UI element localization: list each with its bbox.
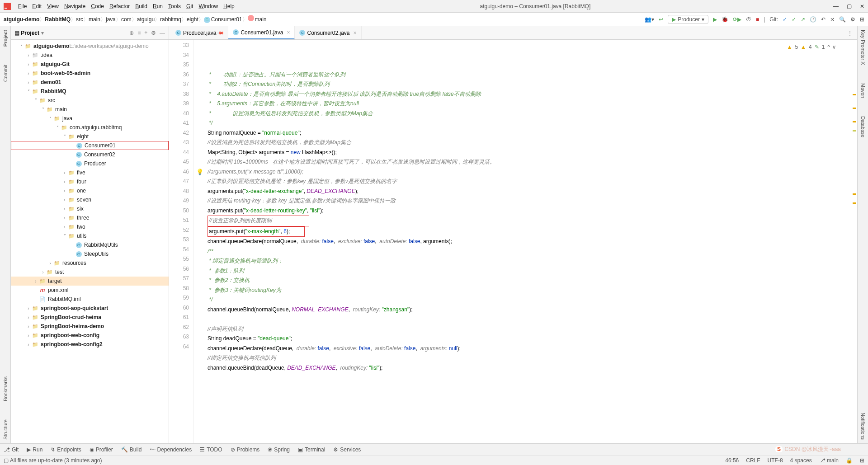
git-update-icon[interactable]: ✓ (783, 16, 787, 23)
tree-item[interactable]: ˅atguigu-demo E:\idea-workspace\atguigu-… (11, 42, 169, 51)
menu-build[interactable]: Build (132, 2, 150, 10)
stop-icon[interactable]: ■ (756, 16, 759, 23)
tree-item[interactable]: CConsumer02 (11, 150, 169, 159)
run-config-selector[interactable]: ▶ Producer ▾ (668, 15, 708, 24)
tree-item[interactable]: CRabbitMqUtils (11, 240, 169, 249)
tree-item[interactable]: ›springboot-web-config2 (11, 340, 169, 349)
chevron-down-icon[interactable]: v (833, 42, 835, 52)
tool-database[interactable]: Database (860, 116, 866, 137)
tree-item[interactable]: CConsumer01 (11, 141, 169, 150)
breadcrumb-item[interactable]: eight (187, 16, 198, 23)
file-encoding[interactable]: UTF-8 (768, 457, 783, 464)
tree-item[interactable]: ˅RabbitMQ (11, 87, 169, 96)
tool-endpoints[interactable]: ↯Endpoints (51, 446, 81, 453)
tree-item[interactable]: ›six (11, 204, 169, 213)
indent-settings[interactable]: 4 spaces (790, 457, 812, 464)
menu-help[interactable]: Help (221, 2, 237, 10)
tool-run[interactable]: ▶Run (27, 446, 42, 453)
menu-tools[interactable]: Tools (165, 2, 184, 10)
tool-maven[interactable]: Maven (860, 83, 866, 98)
users-icon[interactable]: 👥▾ (645, 16, 654, 23)
tree-item[interactable]: ›SpringBoot-heima-demo (11, 322, 169, 331)
tool-git[interactable]: ⎇Git (4, 446, 19, 453)
tree-item[interactable]: ›demo01 (11, 78, 169, 87)
editor-gutter[interactable]: 3334353637383940414243444546💡47484950515… (169, 40, 194, 443)
debug-icon[interactable]: 🐞 (722, 16, 728, 23)
tree-item[interactable]: ›target (11, 277, 169, 286)
breadcrumb-item[interactable]: main (255, 16, 267, 23)
menu-view[interactable]: View (44, 2, 61, 10)
tree-item[interactable]: ›SpringBoot-crud-heima (11, 313, 169, 322)
tool-problems[interactable]: ⊘Problems (231, 446, 260, 453)
menu-run[interactable]: Run (150, 2, 165, 10)
breadcrumb-item[interactable]: com (121, 16, 132, 23)
profile-icon[interactable]: ⏱ (746, 16, 751, 23)
tree-item[interactable]: ˅java (11, 114, 169, 123)
tool-notifications[interactable]: Notifications (860, 413, 866, 440)
tree-item[interactable]: CProducer (11, 159, 169, 168)
editor-tab[interactable]: CProducer.java📌 (171, 26, 228, 39)
menu-code[interactable]: Code (88, 2, 107, 10)
tool-bookmarks[interactable]: Bookmarks (3, 376, 8, 401)
caret-position[interactable]: 46:56 (725, 457, 739, 464)
tree-item[interactable]: ›atguigu-Git (11, 60, 169, 69)
git-branch[interactable]: ⎇ main (819, 457, 839, 464)
vcs-status-icon[interactable]: ▢ (4, 457, 9, 464)
git-push-icon[interactable]: ↗ (801, 16, 805, 23)
menu-refactor[interactable]: Refactor (107, 2, 132, 10)
tree-item[interactable]: ›resources (11, 258, 169, 268)
minimize-icon[interactable]: — (833, 3, 839, 9)
tree-item[interactable]: ›springboot-web-config (11, 331, 169, 340)
tree-item[interactable]: ˅src (11, 96, 169, 105)
breadcrumb-item[interactable]: src (76, 16, 83, 23)
search-icon[interactable]: 🔍 (839, 16, 846, 23)
tree-item[interactable]: ›boot-web-05-admin (11, 69, 169, 78)
tool-build[interactable]: 🔨Build (121, 446, 142, 453)
line-separator[interactable]: CRLF (746, 457, 760, 464)
breadcrumb-item[interactable]: java (106, 16, 116, 23)
back-arrow-icon[interactable]: ↩ (659, 16, 663, 23)
tool-profiler[interactable]: ◉Profiler (90, 446, 113, 453)
tool-terminal[interactable]: ▣Terminal (298, 446, 325, 453)
code-editor[interactable]: ▲5 ▲4 ✎1 ^ v * 功能1：是否独占。只能有一个消费者监听这个队列 *… (194, 40, 851, 443)
tree-item[interactable]: ›two (11, 222, 169, 231)
tree-item[interactable]: ›springboot-aop-quickstart (11, 304, 169, 313)
breadcrumb-item[interactable]: Consumer01 (211, 16, 242, 23)
tree-item[interactable]: ›test (11, 268, 169, 277)
tree-item[interactable]: ˅eight (11, 132, 169, 141)
menu-navigate[interactable]: Navigate (61, 2, 88, 10)
tool-services[interactable]: ⚙Services (333, 446, 361, 453)
tool-spring[interactable]: ❀Spring (268, 446, 290, 453)
expand-icon[interactable]: ≡ (137, 30, 141, 36)
tool-project[interactable]: Project (3, 30, 8, 47)
git-commit-icon[interactable]: ✓ (792, 16, 796, 23)
git-history-icon[interactable]: 🕐 (810, 16, 816, 23)
lock-icon[interactable]: 🔒 (846, 457, 853, 464)
plugins-icon[interactable]: ⊞ (860, 16, 864, 23)
error-stripe[interactable] (851, 40, 857, 443)
collapse-icon[interactable]: ÷ (144, 30, 147, 36)
translate-icon[interactable]: ⤨ (830, 16, 835, 23)
editor-tab[interactable]: CConsumer02.java× (295, 26, 361, 39)
menu-file[interactable]: File (15, 2, 29, 10)
project-tree[interactable]: ˅atguigu-demo E:\idea-workspace\atguigu-… (11, 40, 169, 443)
hide-icon[interactable]: — (160, 30, 165, 36)
tree-item[interactable]: ˅com.atguigu.rabbitmq (11, 123, 169, 132)
coverage-icon[interactable]: ⟳▶ (733, 16, 741, 23)
tool-structure[interactable]: Structure (3, 419, 8, 440)
select-opened-icon[interactable]: ⊕ (129, 30, 134, 36)
chevron-up-icon[interactable]: ^ (827, 42, 830, 52)
tree-item[interactable]: ›seven (11, 195, 169, 204)
tree-item[interactable]: ›.idea (11, 51, 169, 60)
tool-commit[interactable]: Commit (3, 65, 8, 82)
maximize-icon[interactable]: ▢ (847, 3, 852, 9)
breadcrumb-item[interactable]: atguigu-demo (4, 16, 39, 23)
breadcrumb-item[interactable]: rabbitmq (160, 16, 181, 23)
tree-item[interactable]: RabbitMQ.iml (11, 295, 169, 304)
settings-icon[interactable]: ⚙ (151, 30, 156, 36)
tree-item[interactable]: ˅utils (11, 231, 169, 240)
settings-icon[interactable]: ⚙ (850, 16, 855, 23)
tabs-more-icon[interactable]: ⋮ (843, 30, 857, 36)
git-rollback-icon[interactable]: ↶ (821, 16, 826, 23)
tool-dependencies[interactable]: ⬳Dependencies (150, 446, 192, 453)
